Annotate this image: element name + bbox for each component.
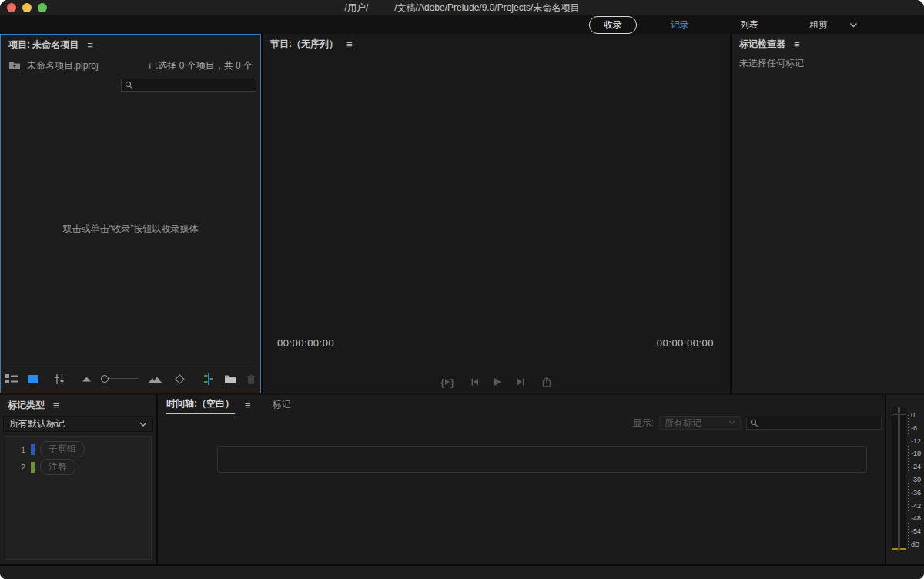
sliders-icon: [55, 374, 65, 384]
project-search-input[interactable]: [121, 79, 256, 92]
audio-meter: [892, 407, 906, 551]
diamond-icon: [175, 374, 185, 384]
filter-settings-button[interactable]: [55, 374, 65, 384]
play-in-to-out-button[interactable]: { }: [440, 377, 454, 387]
panel-menu-icon[interactable]: ≡: [53, 400, 59, 410]
close-window-button[interactable]: [7, 3, 16, 12]
fullscreen-window-button[interactable]: [38, 3, 47, 12]
workspace-tab-ingest[interactable]: 收录: [589, 16, 637, 34]
meter-tick-label: dB: [911, 541, 921, 548]
workspace-overflow-button[interactable]: [849, 22, 858, 28]
timecode-row: 00:00:00:00 00:00:00:00: [277, 337, 714, 349]
meter-bar-right: [899, 414, 906, 551]
step-forward-button[interactable]: [517, 377, 526, 387]
play-button[interactable]: [494, 378, 501, 386]
marker-filter-value: 所有默认标记: [9, 417, 65, 430]
marker-type-label[interactable]: 子剪辑: [40, 441, 85, 457]
associate-metadata-button[interactable]: [203, 373, 214, 385]
meter-tick-marks: [908, 415, 909, 549]
search-icon: [750, 419, 758, 427]
prelude-window: /用户/ /文稿/Adobe/Prelude/9.0/Projects/未命名项…: [0, 0, 924, 579]
marker-types-title: 标记类型: [8, 399, 45, 412]
main-panel-row: 项目: 未命名项目 ≡ 未命名项目.plproj 已选择 0 个项目，共 0 个…: [0, 34, 924, 393]
meter-bar-left: [892, 414, 899, 551]
panel-menu-icon[interactable]: ≡: [794, 39, 800, 49]
panel-menu-icon[interactable]: ≡: [245, 400, 251, 410]
meter-tick-label: -30: [911, 476, 921, 484]
minimize-window-button[interactable]: [22, 3, 32, 12]
slider-track: [107, 378, 139, 379]
workspace-tab-roughcut[interactable]: 粗剪: [808, 16, 829, 34]
project-panel-header: 项目: 未命名项目 ≡: [1, 35, 260, 55]
large-mountain-icon: [149, 375, 162, 383]
marker-type-index: 1: [5, 445, 25, 454]
marker-types-header: 标记类型 ≡: [0, 395, 156, 415]
show-filter-label: 显示:: [633, 417, 654, 430]
meter-tick-label: -36: [911, 489, 921, 497]
meter-tick-label: 0: [911, 411, 921, 419]
marker-type-row-subclip[interactable]: 1 子剪辑: [5, 440, 151, 458]
thumbnail-view-button[interactable]: [28, 375, 38, 383]
marker-inspector-header: 标记检查器 ≡: [732, 34, 924, 54]
marker-type-row-comment[interactable]: 2 注释: [5, 458, 151, 476]
show-filter-value: 所有标记: [665, 417, 701, 430]
meter-tick-label: -42: [911, 502, 921, 510]
delete-button[interactable]: [246, 374, 256, 384]
marker-type-index: 2: [5, 463, 25, 472]
project-file-name: 未命名项目.plproj: [27, 59, 99, 72]
project-empty-area[interactable]: 双击或单击“收录”按钮以收录媒体: [1, 92, 260, 366]
timecode-duration: 00:00:00:00: [657, 337, 714, 349]
meter-tick-label: -12: [911, 437, 921, 445]
timeline-search-input[interactable]: [746, 417, 882, 430]
play-icon: [494, 378, 501, 386]
workspace-tab-logging[interactable]: 记录: [669, 16, 691, 34]
thumb-size-large-button[interactable]: [149, 375, 162, 383]
transport-controls: { }: [263, 377, 730, 387]
project-search-row: [1, 75, 260, 92]
step-forward-icon: [517, 377, 526, 387]
audio-meter-panel: 0 -6 -12 -18 -24 -30 -36 -42 -48 -54 dB: [886, 395, 924, 564]
tab-markers[interactable]: 标记: [272, 395, 292, 414]
list-view-icon: [5, 374, 18, 383]
list-view-button[interactable]: [5, 374, 18, 383]
clip-indicator-left: [892, 407, 899, 413]
freeform-view-button[interactable]: [176, 376, 183, 383]
title-path-prefix: /用户/: [345, 2, 369, 15]
brace-right-icon: }: [450, 377, 454, 387]
clip-indicators: [892, 407, 906, 413]
thumb-size-slider[interactable]: [101, 375, 139, 383]
bottom-panel-row: 标记类型 ≡ 所有默认标记 1 子剪辑 2 注释: [0, 395, 924, 564]
timeline-panel: 时间轴:（空白） ≡ 标记 显示: 所有标记: [158, 395, 885, 564]
new-bin-button[interactable]: [224, 374, 236, 383]
timeline-panel-tabs: 时间轴:（空白） ≡ 标记: [158, 395, 885, 414]
project-root-row[interactable]: 未命名项目.plproj 已选择 0 个项目，共 0 个: [1, 55, 260, 75]
marker-color-chip: [31, 462, 35, 473]
search-icon: [125, 81, 133, 89]
metadata-tree-icon: [203, 373, 214, 385]
export-button[interactable]: [541, 377, 552, 387]
marker-type-list: 1 子剪辑 2 注释: [5, 436, 152, 560]
project-empty-message: 双击或单击“收录”按钮以收录媒体: [63, 223, 199, 236]
selection-status: 已选择 0 个项目，共 0 个: [149, 59, 253, 72]
marker-color-chip: [31, 444, 35, 455]
tab-timeline[interactable]: 时间轴:（空白）: [166, 394, 235, 414]
thumb-size-small-button[interactable]: [82, 376, 91, 382]
thumbnail-view-icon: [28, 375, 38, 383]
workspace-tab-list[interactable]: 列表: [738, 16, 760, 34]
export-icon: [541, 377, 552, 387]
slider-knob[interactable]: [101, 375, 109, 383]
step-back-button[interactable]: [470, 377, 479, 387]
panel-menu-icon[interactable]: ≡: [87, 40, 93, 50]
marker-type-label[interactable]: 注释: [40, 459, 75, 475]
titlebar: /用户/ /文稿/Adobe/Prelude/9.0/Projects/未命名项…: [0, 0, 924, 15]
timecode-current[interactable]: 00:00:00:00: [277, 337, 334, 349]
folder-icon: [224, 374, 236, 383]
chevron-down-icon: [849, 22, 858, 28]
panel-menu-icon[interactable]: ≡: [346, 39, 353, 49]
show-filter-dropdown[interactable]: 所有标记: [659, 416, 741, 430]
meter-scale-labels: 0 -6 -12 -18 -24 -30 -36 -42 -48 -54 dB: [911, 411, 921, 548]
marker-filter-dropdown[interactable]: 所有默认标记: [3, 416, 153, 432]
monitor-panel-header: 节目:（无序列） ≡: [263, 34, 730, 54]
window-controls: [7, 3, 47, 12]
title-path-suffix: /文稿/Adobe/Prelude/9.0/Projects/未命名项目: [394, 2, 579, 15]
